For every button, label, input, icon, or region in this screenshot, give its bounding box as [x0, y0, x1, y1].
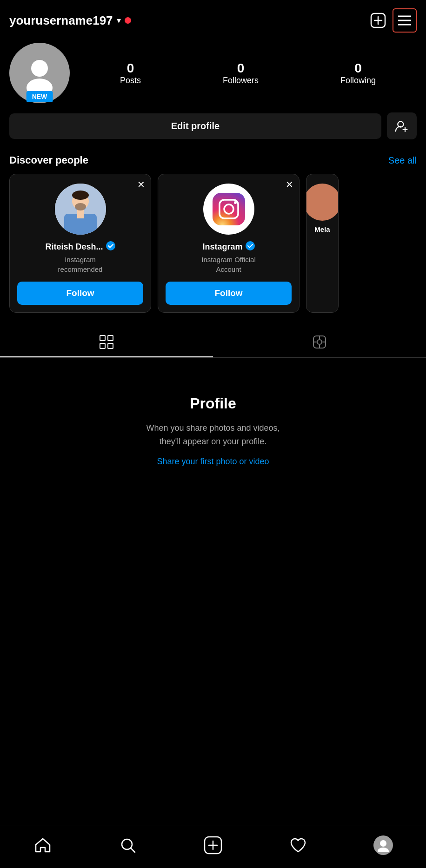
- profile-nav-icon: [376, 838, 390, 852]
- close-suggestion-1[interactable]: ✕: [286, 179, 293, 190]
- svg-rect-23: [100, 335, 105, 341]
- tagged-icon: [313, 335, 326, 349]
- add-friend-button[interactable]: [387, 112, 417, 139]
- followers-label: Followers: [223, 76, 259, 85]
- discover-title: Discover people: [9, 154, 88, 166]
- empty-state-title: Profile: [14, 395, 412, 412]
- posts-stat[interactable]: 0 Posts: [120, 61, 141, 85]
- svg-rect-26: [108, 343, 113, 349]
- verified-icon-0: [106, 241, 115, 250]
- instagram-logo-container: [203, 184, 254, 235]
- svg-point-16: [72, 191, 89, 200]
- follow-button-0[interactable]: Follow: [17, 282, 143, 305]
- edit-profile-button[interactable]: Edit profile: [9, 113, 381, 139]
- avatar-container: NEW: [9, 43, 70, 103]
- svg-point-7: [27, 79, 53, 92]
- see-all-button[interactable]: See all: [388, 155, 417, 166]
- svg-point-39: [378, 848, 389, 852]
- notification-dot: [125, 17, 131, 24]
- search-nav-button[interactable]: [114, 834, 142, 857]
- posts-count: 0: [120, 61, 141, 76]
- svg-point-38: [380, 840, 386, 847]
- empty-state-description: When you share photos and videos,they'll…: [14, 421, 412, 448]
- profile-section: NEW 0 Posts 0 Followers 0 Following: [0, 38, 426, 112]
- add-content-icon: [370, 13, 386, 28]
- tab-tagged[interactable]: [213, 327, 426, 357]
- empty-state: Profile When you share photos and videos…: [0, 358, 426, 485]
- suggestion-avatar-0: [55, 184, 106, 235]
- suggestion-desc-1: Instagram OfficialAccount: [201, 255, 255, 274]
- search-icon: [120, 837, 136, 854]
- edit-profile-row: Edit profile: [0, 112, 426, 151]
- add-friend-icon: [395, 119, 408, 132]
- tabs-row: [0, 327, 426, 358]
- suggestion-name-0: Riteish Desh...: [45, 242, 103, 252]
- add-post-icon: [204, 836, 222, 855]
- chevron-down-icon[interactable]: ▾: [117, 15, 121, 26]
- following-stat[interactable]: 0 Following: [340, 61, 376, 85]
- suggestion-avatar-2: [306, 184, 339, 221]
- bottom-nav: [0, 826, 426, 868]
- tab-grid[interactable]: [0, 327, 213, 357]
- svg-point-6: [31, 60, 48, 77]
- suggestions-row: ✕ Riteish Desh... Insta: [0, 174, 426, 327]
- verified-icon-1: [246, 241, 255, 250]
- stats-container: 0 Posts 0 Followers 0 Following: [79, 61, 417, 85]
- posts-label: Posts: [120, 76, 141, 85]
- instagram-logo-icon: [210, 191, 247, 228]
- header-right: [370, 8, 417, 33]
- suggestion-card-1: ✕: [158, 174, 300, 313]
- profile-nav-avatar: [373, 835, 393, 855]
- suggestion-card-2: Mela: [306, 174, 339, 313]
- heart-icon: [290, 837, 306, 854]
- svg-line-34: [131, 848, 135, 852]
- new-badge: NEW: [27, 91, 53, 102]
- discover-header: Discover people See all: [0, 151, 426, 174]
- verified-badge-1: [246, 241, 255, 253]
- grid-icon: [100, 335, 113, 349]
- svg-point-17: [106, 241, 115, 250]
- follow-button-1[interactable]: Follow: [166, 282, 292, 305]
- home-icon: [34, 837, 51, 854]
- add-content-button[interactable]: [370, 13, 386, 28]
- suggestion-card-0: ✕ Riteish Desh... Insta: [9, 174, 151, 313]
- profile-avatar-icon: [21, 54, 58, 92]
- menu-button[interactable]: [393, 8, 417, 33]
- close-suggestion-0[interactable]: ✕: [137, 179, 145, 190]
- menu-icon: [398, 15, 411, 26]
- add-post-nav-button[interactable]: [199, 834, 227, 857]
- header-left: yourusername197 ▾: [9, 13, 131, 28]
- following-label: Following: [340, 76, 376, 85]
- svg-point-22: [246, 241, 255, 250]
- home-nav-button[interactable]: [29, 834, 57, 857]
- share-first-photo-link[interactable]: Share your first photo or video: [157, 457, 269, 467]
- followers-stat[interactable]: 0 Followers: [223, 61, 259, 85]
- svg-point-15: [75, 203, 86, 210]
- svg-point-28: [317, 340, 322, 344]
- suggestion-name-row-0: Riteish Desh...: [45, 241, 115, 253]
- verified-badge-0: [106, 241, 115, 253]
- suggestion-name-row-1: Instagram: [202, 241, 254, 253]
- riteish-avatar-icon: [55, 184, 106, 235]
- suggestion-name-1: Instagram: [202, 242, 242, 252]
- activity-nav-button[interactable]: [284, 834, 312, 857]
- suggestion-name-2: Mela: [314, 225, 330, 233]
- svg-rect-18: [213, 193, 245, 225]
- followers-count: 0: [223, 61, 259, 76]
- profile-nav-button[interactable]: [369, 834, 397, 857]
- suggestion-desc-0: Instagramrecommended: [58, 255, 103, 274]
- svg-rect-24: [108, 335, 113, 341]
- following-count: 0: [340, 61, 376, 76]
- header: yourusername197 ▾: [0, 0, 426, 38]
- svg-rect-25: [100, 343, 105, 349]
- username: yourusername197: [9, 13, 113, 28]
- svg-point-21: [234, 201, 237, 204]
